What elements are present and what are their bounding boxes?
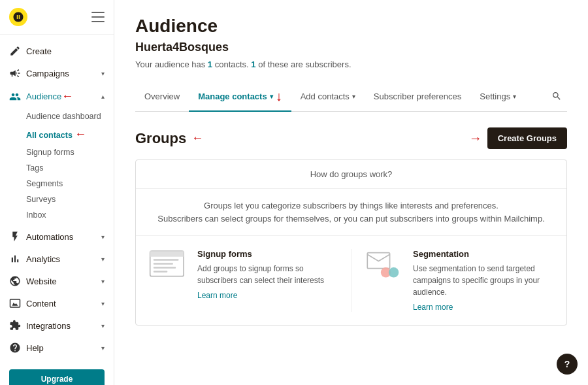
question-icon [9,342,21,354]
sidebar-item-create-label: Create [26,46,52,56]
sidebar-nav: Create Campaigns ▾ Audience ← ▴ Audience… [0,35,114,364]
sub-nav-dashboard[interactable]: Audience dashboard [26,109,114,124]
audience-desc-post: of these are subscribers. [256,59,351,69]
tab-add-contacts[interactable]: Add contacts ▾ [291,85,365,109]
audience-arrow: ← [61,90,73,103]
svg-rect-5 [154,271,167,273]
analytics-chevron-icon: ▾ [101,256,105,263]
sidebar-item-website[interactable]: Website ▾ [0,270,114,292]
svg-rect-3 [154,263,173,265]
feature-divider [351,249,351,312]
segmentation-icon [365,249,404,288]
audience-sub-nav: Audience dashboard All contacts ← Signup… [0,109,114,226]
settings-chevron-icon: ▾ [513,93,516,100]
sidebar-item-analytics[interactable]: Analytics ▾ [0,248,114,270]
sub-nav-all-contacts[interactable]: All contacts ← [26,124,114,144]
create-groups-button[interactable]: Create Groups [487,127,567,149]
automations-chevron-icon: ▾ [101,233,105,241]
sidebar-item-content[interactable]: Content ▾ [0,292,114,314]
sidebar-item-website-label: Website [26,276,57,286]
mailchimp-logo [9,8,27,26]
audience-name: Huerta4Bosques [135,41,567,54]
sub-nav-signup-forms[interactable]: Signup forms [26,144,114,160]
sidebar-item-integrations-label: Integrations [26,321,71,331]
manage-contacts-chevron-icon: ▾ [270,93,273,100]
svg-point-8 [389,267,399,277]
signup-forms-title: Signup forms [197,249,338,259]
signup-forms-text: Signup forms Add groups to signup forms … [197,249,338,300]
page-title: Audience [135,16,567,37]
people-icon [9,91,21,103]
subscribers-count: 1 [251,59,255,69]
sidebar-item-audience-label: Audience [26,92,61,101]
groups-description: Groups let you categorize subscribers by… [136,189,566,236]
groups-title: Groups ← [135,130,203,147]
sidebar-item-campaigns-label: Campaigns [26,69,69,78]
contacts-count: 1 [208,59,212,69]
segmentation-desc: Use segmentation to send targeted campai… [413,263,553,298]
puzzle-icon [9,320,21,331]
sidebar-item-integrations[interactable]: Integrations ▾ [0,314,114,337]
help-button[interactable]: ? [557,354,578,375]
manage-contacts-down-arrow: ↓ [276,89,282,104]
svg-rect-2 [154,259,179,261]
audience-tabs: Overview Manage contacts ▾ ↓ Add contact… [135,82,567,112]
tab-overview[interactable]: Overview [135,85,189,109]
campaigns-chevron-icon: ▾ [101,70,105,77]
audience-chevron-icon: ▴ [101,93,105,100]
add-contacts-chevron-icon: ▾ [352,93,355,100]
sidebar-item-automations-label: Automations [26,232,73,242]
help-chevron-icon: ▾ [101,344,105,352]
image-icon [9,297,21,309]
sidebar-item-campaigns[interactable]: Campaigns ▾ [0,62,114,84]
sidebar-header [0,0,114,35]
feature-signup-forms: Signup forms Add groups to signup forms … [149,249,338,312]
svg-rect-1 [150,251,184,257]
main-content: Audience Huerta4Bosques Your audience ha… [114,0,588,385]
sidebar-item-content-label: Content [26,299,56,309]
globe-icon [9,275,21,287]
sidebar-item-automations[interactable]: Automations ▾ [0,226,114,248]
tab-manage-contacts[interactable]: Manage contacts ▾ ↓ [189,82,291,112]
sidebar-item-help[interactable]: Help ▾ [0,337,114,359]
lightning-icon [9,231,21,243]
signup-forms-learn-more[interactable]: Learn more [197,291,237,300]
all-contacts-arrow: ← [74,127,86,141]
tab-subscriber-preferences[interactable]: Subscriber preferences [365,85,470,109]
groups-how-it-works: How do groups work? [136,160,566,189]
groups-left-arrow: ← [191,131,203,145]
sidebar-item-create[interactable]: Create [0,40,114,62]
integrations-chevron-icon: ▾ [101,322,105,329]
tab-search[interactable] [546,86,567,109]
megaphone-icon [9,67,21,79]
sidebar-item-help-label: Help [26,343,44,353]
create-groups-right-arrow: → [469,131,482,146]
sub-nav-surveys[interactable]: Surveys [26,192,114,207]
feature-segmentation: Segmentation Use segmentation to send ta… [365,249,553,312]
sidebar-item-analytics-label: Analytics [26,254,60,264]
signup-forms-icon [149,249,188,288]
website-chevron-icon: ▾ [101,278,105,285]
groups-features: Signup forms Add groups to signup forms … [136,236,566,325]
audience-desc-mid: contacts. [212,59,251,69]
tab-settings[interactable]: Settings ▾ [470,85,525,109]
content-chevron-icon: ▾ [101,300,105,307]
segmentation-text: Segmentation Use segmentation to send ta… [413,249,553,312]
sidebar-toggle[interactable] [91,12,105,22]
segmentation-learn-more[interactable]: Learn more [413,303,453,312]
audience-desc-pre: Your audience has [135,59,208,69]
groups-section-header: Groups ← → Create Groups [135,127,567,149]
signup-forms-desc: Add groups to signup forms so subscriber… [197,263,338,286]
sub-nav-tags[interactable]: Tags [26,160,114,176]
sidebar-item-audience[interactable]: Audience ← ▴ [0,84,114,109]
groups-info-box: How do groups work? Groups let you categ… [135,159,567,326]
pencil-icon [9,45,21,57]
upgrade-button[interactable]: Upgrade [9,369,105,385]
sub-nav-segments[interactable]: Segments [26,176,114,192]
svg-rect-4 [154,267,176,269]
segmentation-title: Segmentation [413,249,553,259]
bar-chart-icon [9,253,21,265]
audience-description: Your audience has 1 contacts. 1 of these… [135,59,567,69]
sidebar: Create Campaigns ▾ Audience ← ▴ Audience… [0,0,114,385]
sub-nav-inbox[interactable]: Inbox [26,207,114,223]
